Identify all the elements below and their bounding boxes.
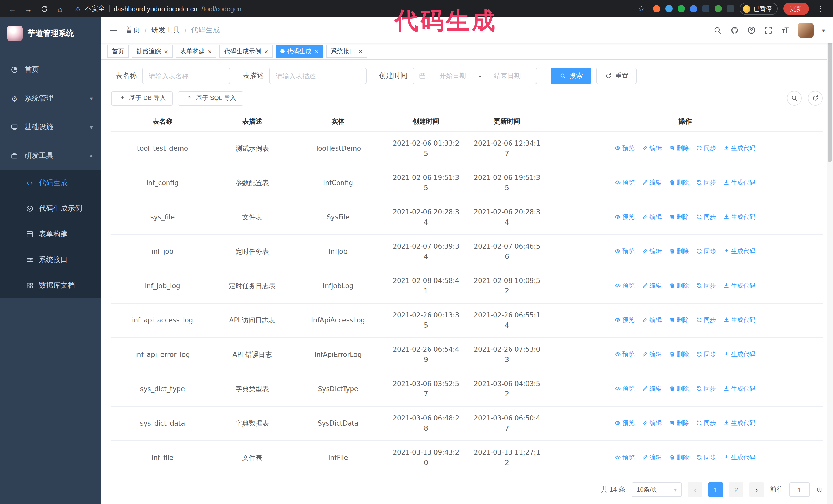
sync-link[interactable]: 同步: [696, 212, 716, 222]
tab-home[interactable]: 首页: [107, 45, 129, 58]
preview-link[interactable]: 预览: [615, 212, 635, 222]
generate-code-link[interactable]: 生成代码: [723, 143, 756, 153]
help-icon[interactable]: [747, 26, 756, 34]
page-size-select[interactable]: 10条/页 ▾: [632, 482, 682, 497]
delete-link[interactable]: 删除: [669, 281, 689, 291]
sync-link[interactable]: 同步: [696, 143, 716, 153]
sidebar-subitem-codegen[interactable]: 代码生成: [0, 170, 101, 196]
delete-link[interactable]: 删除: [669, 177, 689, 188]
github-icon[interactable]: [731, 26, 739, 34]
close-icon[interactable]: ×: [164, 48, 168, 55]
refresh-table-button[interactable]: [808, 91, 823, 105]
generate-code-link[interactable]: 生成代码: [723, 281, 756, 291]
extension-icon[interactable]: [727, 5, 734, 12]
next-page-button[interactable]: ›: [749, 482, 764, 497]
caret-down-icon[interactable]: ▾: [822, 27, 825, 33]
back-icon[interactable]: ←: [6, 3, 19, 15]
sync-link[interactable]: 同步: [696, 246, 716, 256]
sync-link[interactable]: 同步: [696, 452, 716, 462]
generate-code-link[interactable]: 生成代码: [723, 418, 756, 428]
sidebar-subitem-system-api[interactable]: 系统接口: [0, 247, 101, 273]
extension-icon[interactable]: [690, 5, 697, 12]
preview-link[interactable]: 预览: [615, 349, 635, 359]
sync-link[interactable]: 同步: [696, 384, 716, 394]
close-icon[interactable]: ×: [315, 48, 318, 55]
chrome-update-button[interactable]: 更新: [783, 3, 809, 15]
date-range-picker[interactable]: 开始日期 - 结束日期: [413, 68, 537, 84]
delete-link[interactable]: 删除: [669, 143, 689, 153]
table-desc-input[interactable]: [269, 68, 366, 84]
edit-link[interactable]: 编辑: [642, 143, 662, 153]
reset-button[interactable]: 重置: [596, 68, 637, 84]
close-icon[interactable]: ×: [208, 48, 212, 55]
import-db-button[interactable]: 基于 DB 导入: [111, 91, 173, 105]
edit-link[interactable]: 编辑: [642, 177, 662, 188]
address-bar[interactable]: ⚠ 不安全 dashboard.yudao.iocoder.cn/tool/co…: [75, 4, 241, 13]
edit-link[interactable]: 编辑: [642, 418, 662, 428]
delete-link[interactable]: 删除: [669, 315, 689, 325]
goto-page-input[interactable]: [789, 482, 810, 497]
delete-link[interactable]: 删除: [669, 349, 689, 359]
sync-link[interactable]: 同步: [696, 177, 716, 188]
search-icon[interactable]: [714, 26, 722, 34]
fullscreen-icon[interactable]: [764, 26, 772, 34]
close-icon[interactable]: ×: [359, 48, 362, 55]
user-avatar[interactable]: [798, 23, 813, 38]
edit-link[interactable]: 编辑: [642, 246, 662, 256]
tab-codegen-example[interactable]: 代码生成示例×: [219, 45, 272, 58]
close-icon[interactable]: ×: [264, 48, 268, 55]
breadcrumb-item[interactable]: 研发工具: [151, 26, 180, 35]
refresh-icon[interactable]: [38, 3, 50, 15]
generate-code-link[interactable]: 生成代码: [723, 177, 756, 188]
sidebar-subitem-db-doc[interactable]: 数据库文档: [0, 273, 101, 298]
delete-link[interactable]: 删除: [669, 212, 689, 222]
hamburger-icon[interactable]: [109, 26, 117, 34]
tab-codegen[interactable]: 代码生成×: [276, 45, 323, 58]
preview-link[interactable]: 预览: [615, 281, 635, 291]
fontsize-icon[interactable]: [781, 26, 789, 34]
sync-link[interactable]: 同步: [696, 281, 716, 291]
extension-icon[interactable]: [665, 5, 672, 12]
sidebar-item-home[interactable]: 首页: [0, 55, 101, 84]
home-icon[interactable]: ⌂: [54, 3, 66, 15]
preview-link[interactable]: 预览: [615, 384, 635, 394]
edit-link[interactable]: 编辑: [642, 349, 662, 359]
bookmark-star-icon[interactable]: ☆: [635, 3, 647, 15]
tab-system-api[interactable]: 系统接口×: [326, 45, 367, 58]
sidebar-item-infrastructure[interactable]: 基础设施▾: [0, 113, 101, 142]
page-button-2[interactable]: 2: [729, 482, 743, 497]
edit-link[interactable]: 编辑: [642, 452, 662, 462]
preview-link[interactable]: 预览: [615, 177, 635, 188]
preview-link[interactable]: 预览: [615, 418, 635, 428]
kebab-menu-icon[interactable]: ⋮: [814, 3, 827, 15]
extension-icon[interactable]: [702, 5, 710, 12]
edit-link[interactable]: 编辑: [642, 212, 662, 222]
generate-code-link[interactable]: 生成代码: [723, 452, 756, 462]
sidebar-subitem-codegen-example[interactable]: 代码生成示例: [0, 196, 101, 221]
delete-link[interactable]: 删除: [669, 246, 689, 256]
delete-link[interactable]: 删除: [669, 384, 689, 394]
breadcrumb-item[interactable]: 首页: [125, 26, 140, 35]
import-sql-button[interactable]: 基于 SQL 导入: [178, 91, 243, 105]
preview-link[interactable]: 预览: [615, 246, 635, 256]
forward-icon[interactable]: →: [22, 3, 34, 15]
prev-page-button[interactable]: ‹: [688, 482, 702, 497]
edit-link[interactable]: 编辑: [642, 384, 662, 394]
tab-form-builder[interactable]: 表单构建×: [175, 45, 216, 58]
edit-link[interactable]: 编辑: [642, 281, 662, 291]
tab-tracer[interactable]: 链路追踪×: [132, 45, 172, 58]
sync-link[interactable]: 同步: [696, 315, 716, 325]
extension-icon[interactable]: [653, 5, 660, 12]
generate-code-link[interactable]: 生成代码: [723, 349, 756, 359]
preview-link[interactable]: 预览: [615, 315, 635, 325]
delete-link[interactable]: 删除: [669, 452, 689, 462]
preview-link[interactable]: 预览: [615, 452, 635, 462]
generate-code-link[interactable]: 生成代码: [723, 315, 756, 325]
logo[interactable]: 芋道管理系统: [0, 18, 101, 49]
delete-link[interactable]: 删除: [669, 418, 689, 428]
generate-code-link[interactable]: 生成代码: [723, 384, 756, 394]
preview-link[interactable]: 预览: [615, 143, 635, 153]
scrollbar[interactable]: [827, 18, 833, 504]
toggle-search-button[interactable]: [787, 91, 802, 105]
sidebar-item-dev-tools[interactable]: 研发工具▾: [0, 142, 101, 170]
